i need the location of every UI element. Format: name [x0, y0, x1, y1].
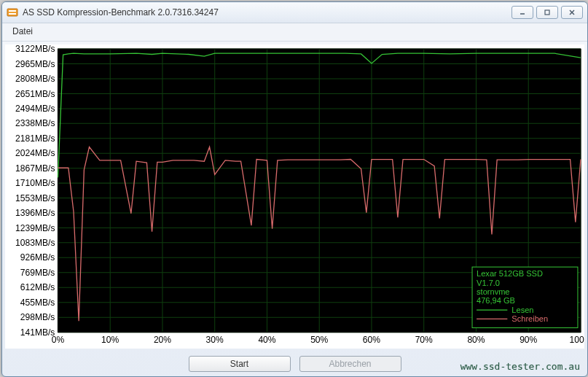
svg-rect-4	[545, 10, 549, 15]
x-tick-label: 20%	[154, 335, 171, 345]
x-tick-label: 40%	[258, 335, 275, 345]
y-tick-label: 2808MB/s	[15, 74, 55, 84]
y-tick-label: 2181MB/s	[15, 133, 55, 144]
x-tick-label: 30%	[206, 335, 224, 345]
y-tick-label: 1239MB/s	[15, 223, 55, 233]
legend-info: V1.7.0	[477, 278, 500, 287]
y-tick-label: 2024MB/s	[15, 148, 55, 158]
chart-area: 141MB/s298MB/s455MB/s612MB/s769MB/s926MB…	[5, 44, 584, 349]
y-tick-label: 455MB/s	[20, 298, 55, 308]
window-title: AS SSD Kompression-Benchmark 2.0.7316.34…	[23, 7, 511, 18]
window-controls	[511, 6, 583, 19]
app-icon	[7, 7, 18, 18]
y-tick-label: 141MB/s	[20, 327, 55, 338]
legend-info: 476,94 GB	[477, 296, 515, 305]
y-tick-label: 1710MB/s	[15, 178, 55, 188]
line-chart: 141MB/s298MB/s455MB/s612MB/s769MB/s926MB…	[5, 44, 584, 349]
x-tick-label: 60%	[363, 335, 380, 345]
legend-series-label: Schreiben	[511, 314, 548, 323]
menubar: Datei	[2, 23, 587, 42]
y-tick-label: 612MB/s	[20, 282, 55, 292]
y-tick-label: 1396MB/s	[15, 208, 55, 218]
y-tick-label: 298MB/s	[20, 312, 55, 322]
svg-rect-1	[9, 10, 16, 12]
titlebar: AS SSD Kompression-Benchmark 2.0.7316.34…	[2, 2, 587, 23]
y-tick-label: 2651MB/s	[15, 88, 55, 98]
y-tick-label: 3122MB/s	[15, 44, 55, 54]
minimize-button[interactable]	[511, 6, 533, 19]
x-tick-label: 50%	[310, 335, 328, 345]
y-tick-label: 769MB/s	[20, 268, 55, 278]
legend-info: Lexar 512GB SSD	[477, 269, 543, 278]
y-tick-label: 1867MB/s	[15, 163, 55, 174]
app-window: AS SSD Kompression-Benchmark 2.0.7316.34…	[1, 1, 588, 377]
footer: Start Abbrechen www.ssd-tester.com.au	[2, 351, 587, 376]
y-tick-label: 2338MB/s	[15, 118, 55, 128]
cancel-button[interactable]: Abbrechen	[299, 356, 401, 372]
y-tick-label: 2965MB/s	[15, 59, 55, 69]
y-tick-label: 1083MB/s	[15, 238, 55, 248]
close-button[interactable]	[561, 6, 583, 19]
x-tick-label: 100%	[570, 335, 584, 345]
svg-rect-2	[9, 13, 16, 15]
y-tick-label: 1553MB/s	[15, 193, 55, 203]
start-button[interactable]: Start	[189, 356, 291, 372]
x-tick-label: 10%	[101, 335, 119, 345]
y-tick-label: 926MB/s	[20, 252, 55, 263]
legend-series-label: Lesen	[511, 306, 533, 314]
maximize-button[interactable]	[536, 6, 558, 19]
x-tick-label: 0%	[52, 335, 65, 345]
x-tick-label: 90%	[520, 335, 537, 345]
svg-rect-0	[7, 9, 17, 16]
x-tick-label: 80%	[467, 335, 485, 345]
y-tick-label: 2494MB/s	[15, 104, 55, 114]
watermark: www.ssd-tester.com.au	[460, 361, 580, 372]
x-tick-label: 70%	[415, 335, 433, 345]
legend-info: stornvme	[477, 287, 509, 296]
menu-datei[interactable]: Datei	[8, 25, 37, 38]
content-area: 141MB/s298MB/s455MB/s612MB/s769MB/s926MB…	[2, 42, 587, 376]
